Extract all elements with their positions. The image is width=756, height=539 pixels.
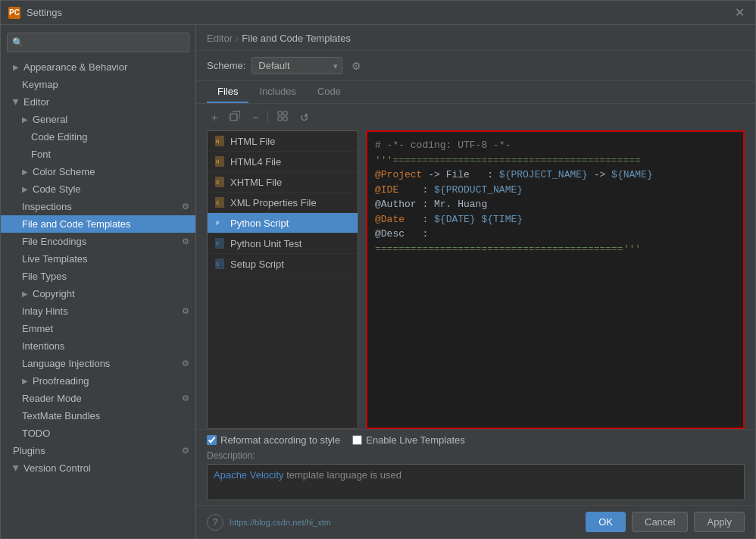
search-icon: 🔍 — [12, 37, 23, 48]
template-item-label: Python Unit Test — [230, 238, 301, 249]
sidebar-item-version-control[interactable]: ▶ Version Control — [1, 459, 195, 477]
template-item-html4-file[interactable]: H HTML4 File — [208, 152, 358, 172]
reformat-checkbox-label[interactable]: Reformat according to style — [207, 434, 340, 446]
sidebar-item-inspections[interactable]: Inspections ⚙ — [1, 198, 195, 215]
add-button[interactable]: + — [207, 109, 222, 126]
sidebar-item-reader-mode[interactable]: Reader Mode ⚙ — [1, 390, 195, 407]
scheme-select-wrap: Default Project — [251, 57, 342, 74]
scheme-label: Scheme: — [207, 60, 245, 71]
live-templates-label: Enable Live Templates — [366, 434, 465, 446]
tab-includes[interactable]: Includes — [248, 81, 306, 103]
sidebar-item-emmet[interactable]: Emmet — [1, 320, 195, 337]
code-line-10 — [375, 271, 736, 287]
sidebar-item-label: Language Injections — [22, 358, 179, 369]
svg-text:H: H — [216, 159, 219, 165]
code-line-5: @Author : Mr. Huang — [375, 197, 736, 212]
sidebar-item-keymap[interactable]: Keymap — [1, 76, 195, 93]
template-item-python-unit-test[interactable]: P Python Unit Test — [208, 233, 358, 254]
sidebar-item-label: Inlay Hints — [22, 306, 179, 317]
template-item-label: Python Script — [230, 218, 289, 229]
sidebar-item-label: Code Style — [33, 183, 189, 195]
tab-files[interactable]: Files — [207, 81, 248, 103]
velocity-link[interactable]: Apache Velocity — [214, 469, 284, 481]
sidebar-item-copyright[interactable]: ▶ Copyright — [1, 285, 195, 302]
sidebar-item-appearance[interactable]: ▶ Appearance & Behavior — [1, 58, 195, 76]
template-item-xml-properties-file[interactable]: X XML Properties File — [208, 193, 358, 213]
code-line-13 — [375, 315, 736, 331]
sidebar-item-code-style[interactable]: ▶ Code Style — [1, 180, 195, 198]
copy-button[interactable] — [225, 108, 245, 126]
sidebar-item-intentions[interactable]: Intentions — [1, 337, 195, 355]
template-item-label: HTML File — [230, 136, 275, 147]
template-item-xhtml-file[interactable]: X XHTML File — [208, 172, 358, 193]
help-button[interactable]: ? — [207, 514, 223, 531]
templates-list: H HTML File H HTML4 File — [207, 130, 358, 429]
code-editor[interactable]: # -*- coding: UTF-8 -*- '''=============… — [366, 130, 745, 429]
sidebar-item-label: Version Control — [23, 462, 189, 474]
svg-rect-1 — [278, 111, 282, 115]
svg-rect-2 — [283, 111, 287, 115]
sidebar-item-color-scheme[interactable]: ▶ Color Scheme — [1, 163, 195, 180]
sidebar-item-file-encodings[interactable]: File Encodings ⚙ — [1, 233, 195, 250]
template-item-label: XHTML File — [230, 177, 282, 188]
search-box[interactable]: 🔍 — [7, 33, 189, 52]
scheme-select[interactable]: Default Project — [251, 57, 342, 74]
reformat-label: Reformat according to style — [220, 434, 340, 446]
reformat-checkbox[interactable] — [207, 435, 217, 445]
reformat-row: Reformat according to style Enable Live … — [207, 434, 745, 446]
ok-button[interactable]: OK — [586, 512, 626, 532]
move-button[interactable] — [273, 108, 292, 126]
sidebar-item-language-injections[interactable]: Language Injections ⚙ — [1, 355, 195, 372]
template-item-html-file[interactable]: H HTML File — [208, 131, 358, 152]
right-panel: Editor › File and Code Templates Scheme:… — [196, 25, 755, 538]
sidebar-item-label: File Types — [22, 271, 189, 282]
sidebar-item-label: Reader Mode — [22, 393, 179, 404]
sidebar-item-label: Live Templates — [22, 253, 189, 265]
title-bar: PC Settings ✕ — [1, 1, 755, 25]
sidebar-item-plugins[interactable]: Plugins ⚙ — [1, 442, 195, 459]
close-button[interactable]: ✕ — [732, 5, 748, 20]
svg-text:H: H — [216, 139, 219, 145]
toolbar: + − ↺ — [196, 104, 755, 130]
main-content: 🔍 ▶ Appearance & Behavior Keymap ▶ Edito… — [1, 25, 755, 538]
dialog-footer: ? https://blog.csdn.net/hi_xtm OK Cancel… — [196, 505, 755, 538]
sidebar-item-label: TextMate Bundles — [22, 410, 189, 421]
template-item-python-script[interactable]: P Python Script — [208, 213, 358, 233]
template-item-setup-script[interactable]: S Setup Script — [208, 254, 358, 274]
sidebar-item-label: Appearance & Behavior — [23, 61, 189, 73]
sidebar-item-label: Code Editing — [31, 131, 189, 143]
sidebar-item-file-and-code-templates[interactable]: File and Code Templates — [1, 215, 195, 233]
sidebar-item-label: Plugins — [13, 445, 179, 456]
sidebar-item-general[interactable]: ▶ General — [1, 111, 195, 128]
code-line-1: # -*- coding: UTF-8 -*- — [375, 138, 736, 153]
search-input[interactable] — [27, 37, 184, 49]
sidebar-item-proofreading[interactable]: ▶ Proofreading — [1, 372, 195, 390]
sidebar-item-inlay-hints[interactable]: Inlay Hints ⚙ — [1, 302, 195, 320]
apply-button[interactable]: Apply — [694, 512, 745, 532]
app-icon: PC — [8, 7, 20, 19]
sidebar-item-code-editing[interactable]: Code Editing — [1, 128, 195, 146]
description-label: Description: — [207, 450, 745, 461]
tab-code[interactable]: Code — [307, 81, 351, 103]
sidebar-item-editor[interactable]: ▶ Editor — [1, 93, 195, 111]
remove-button[interactable]: − — [248, 109, 263, 126]
tabs-row: Files Includes Code — [196, 81, 755, 104]
sidebar-item-file-types[interactable]: File Types — [1, 268, 195, 285]
live-templates-checkbox[interactable] — [352, 435, 362, 445]
cancel-button[interactable]: Cancel — [632, 512, 688, 532]
sidebar-item-todo[interactable]: TODO — [1, 425, 195, 442]
sidebar-item-textmate-bundles[interactable]: TextMate Bundles — [1, 407, 195, 425]
sidebar-item-label: Color Scheme — [33, 166, 189, 177]
breadcrumb-separator: › — [236, 33, 239, 44]
live-templates-checkbox-label[interactable]: Enable Live Templates — [352, 434, 465, 446]
scheme-gear-button[interactable]: ⚙ — [348, 58, 364, 74]
sidebar-item-font[interactable]: Font — [1, 146, 195, 163]
sidebar-item-live-templates[interactable]: Live Templates — [1, 250, 195, 268]
settings-badge: ⚙ — [182, 446, 189, 456]
toolbar-separator — [267, 111, 268, 124]
description-box: Apache Velocity template language is use… — [207, 464, 745, 500]
sidebar-item-label: TODO — [22, 428, 189, 439]
reset-button[interactable]: ↺ — [295, 109, 314, 126]
sidebar-item-label: Intentions — [22, 340, 189, 352]
arrow-icon: ▶ — [22, 185, 28, 193]
